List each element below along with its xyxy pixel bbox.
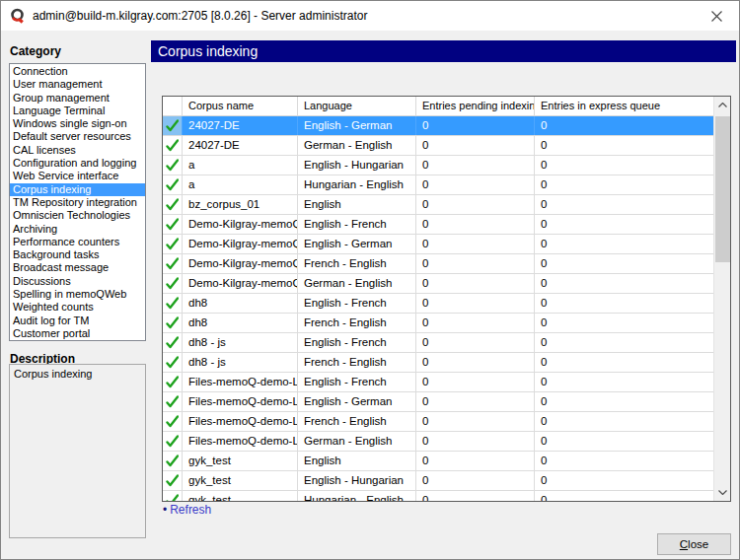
indexed-status-cell [163, 274, 183, 293]
entries-express-cell: 0 [535, 254, 713, 273]
table-row[interactable]: dh8 - js French - English 0 0 [163, 353, 713, 373]
column-header-language[interactable]: Language [298, 97, 416, 115]
column-header-corpus-name[interactable]: Corpus name [183, 97, 298, 115]
table-row[interactable]: Files-memoQ-demo-LD-2015 French - Englis… [163, 412, 713, 432]
table-row[interactable]: dh8 English - French 0 0 [163, 294, 713, 314]
sidebar-item[interactable]: Configuration and logging [10, 157, 145, 170]
category-label: Category [10, 44, 61, 58]
entries-express-cell: 0 [535, 412, 713, 431]
language-cell: English - French [298, 294, 416, 313]
table-row[interactable]: gyk_test Hungarian - English 0 0 [163, 491, 713, 501]
indexed-status-cell [163, 136, 183, 155]
entries-pending-cell: 0 [416, 333, 535, 352]
table-row[interactable]: 24027-DE English - German 0 0 [163, 116, 713, 136]
indexed-status-cell [163, 491, 183, 501]
sidebar-item[interactable]: Language Terminal [10, 105, 145, 117]
scrollbar-up-icon[interactable] [714, 97, 731, 113]
titlebar[interactable]: admin@build-m.kilgray.com:2705 [8.0.26] … [1, 1, 739, 31]
entries-pending-cell: 0 [416, 175, 535, 194]
indexed-status-cell [163, 235, 183, 253]
language-cell: English [298, 195, 416, 214]
vertical-scrollbar[interactable] [713, 97, 730, 501]
sidebar-item[interactable]: Web Service interface [10, 170, 145, 182]
sidebar-item[interactable]: Broadcast message [10, 261, 145, 274]
entries-pending-cell: 0 [416, 392, 535, 411]
sidebar-item[interactable]: Weighted counts [10, 301, 145, 314]
entries-pending-cell: 0 [416, 195, 535, 214]
table-row[interactable]: a English - Hungarian 0 0 [163, 156, 713, 175]
table-row[interactable]: Files-memoQ-demo-LD-2015 German - Englis… [163, 432, 713, 452]
scrollbar-down-icon[interactable] [714, 484, 731, 501]
entries-express-cell: 0 [535, 333, 713, 352]
corpus-name-cell: Files-memoQ-demo-LD-2015 [183, 373, 298, 391]
page-title: Corpus indexing [151, 40, 736, 62]
sidebar-item[interactable]: Customer portal [10, 327, 145, 340]
sidebar-item[interactable]: Omniscien Technologies [10, 209, 145, 222]
refresh-label[interactable]: Refresh [170, 503, 211, 517]
entries-express-cell: 0 [535, 353, 713, 372]
check-icon [166, 119, 179, 132]
entries-pending-cell: 0 [416, 491, 535, 501]
entries-express-cell: 0 [535, 491, 713, 501]
table-row[interactable]: Files-memoQ-demo-LD-2015 English - Germa… [163, 392, 713, 412]
indexed-status-cell [163, 314, 183, 332]
sidebar-item[interactable]: Default server resources [10, 130, 145, 143]
sidebar-item[interactable]: Windows single sign-on [10, 117, 145, 130]
sidebar-item[interactable]: Corpus indexing [10, 183, 145, 196]
corpus-name-cell: a [183, 156, 298, 175]
entries-pending-cell: 0 [416, 471, 535, 490]
indexed-status-cell [163, 215, 183, 234]
table-row[interactable]: Demo-Kilgray-memoQ-LD-2... French - Engl… [163, 254, 713, 274]
sidebar-item[interactable]: TM Repository integration [10, 196, 145, 209]
entries-express-cell: 0 [535, 294, 713, 313]
corpus-name-cell: bz_corpus_01 [183, 195, 298, 214]
table-row[interactable]: Demo-Kilgray-memoQ-LD-2... English - Ger… [163, 235, 713, 254]
table-row[interactable]: bz_corpus_01 English 0 0 [163, 195, 713, 215]
corpus-name-cell: Files-memoQ-demo-LD-2015 [183, 412, 298, 431]
indexed-status-cell [163, 175, 183, 194]
corpus-table: Corpus name Language Entries pending ind… [162, 96, 731, 502]
table-row[interactable]: gyk_test English 0 0 [163, 452, 713, 471]
corpus-name-cell: dh8 - js [183, 333, 298, 352]
table-row[interactable]: gyk_test English - Hungarian 0 0 [163, 471, 713, 491]
refresh-link[interactable]: •Refresh [163, 503, 211, 517]
table-header-row: Corpus name Language Entries pending ind… [163, 97, 713, 116]
column-header-entries-pending[interactable]: Entries pending indexing [416, 97, 535, 115]
table-row[interactable]: dh8 - js English - French 0 0 [163, 333, 713, 353]
language-cell: English [298, 452, 416, 470]
sidebar-item[interactable]: Performance counters [10, 236, 145, 248]
language-cell: English - Hungarian [298, 471, 416, 490]
sidebar-item[interactable]: Background tasks [10, 248, 145, 261]
entries-express-cell: 0 [535, 215, 713, 234]
table-row[interactable]: a Hungarian - English 0 0 [163, 175, 713, 195]
entries-pending-cell: 0 [416, 373, 535, 391]
table-row[interactable]: dh8 French - English 0 0 [163, 314, 713, 333]
table-row[interactable]: Files-memoQ-demo-LD-2015 English - Frenc… [163, 373, 713, 392]
entries-pending-cell: 0 [416, 432, 535, 451]
column-header-status[interactable] [163, 97, 183, 115]
sidebar-item[interactable]: Archiving [10, 223, 145, 236]
sidebar-item[interactable]: User management [10, 78, 145, 91]
sidebar-item[interactable]: Audit log for TM [10, 315, 145, 327]
table-row[interactable]: 24027-DE German - English 0 0 [163, 136, 713, 156]
check-icon [166, 494, 179, 501]
corpus-name-cell: Demo-Kilgray-memoQ-LD-2... [183, 254, 298, 273]
sidebar-item[interactable]: Group management [10, 92, 145, 105]
window-close-button[interactable] [694, 1, 739, 31]
table-row[interactable]: Demo-Kilgray-memoQ-LD-2... German - Engl… [163, 274, 713, 294]
check-icon [166, 238, 179, 250]
check-icon [166, 159, 179, 172]
check-icon [166, 277, 179, 290]
sidebar-item[interactable]: Spelling in memoQWeb [10, 288, 145, 301]
language-cell: French - English [298, 353, 416, 372]
sidebar-item[interactable]: Connection [10, 65, 145, 78]
scrollbar-thumb[interactable] [715, 116, 730, 262]
column-header-entries-express[interactable]: Entries in express queue [535, 97, 713, 115]
close-button[interactable]: Close [657, 533, 731, 555]
indexed-status-cell [163, 373, 183, 391]
sidebar-item[interactable]: Discussions [10, 275, 145, 288]
sidebar-item[interactable]: CAL licenses [10, 144, 145, 157]
table-row[interactable]: Demo-Kilgray-memoQ-LD-2... English - Fre… [163, 215, 713, 235]
language-cell: French - English [298, 412, 416, 431]
check-icon [166, 178, 179, 191]
